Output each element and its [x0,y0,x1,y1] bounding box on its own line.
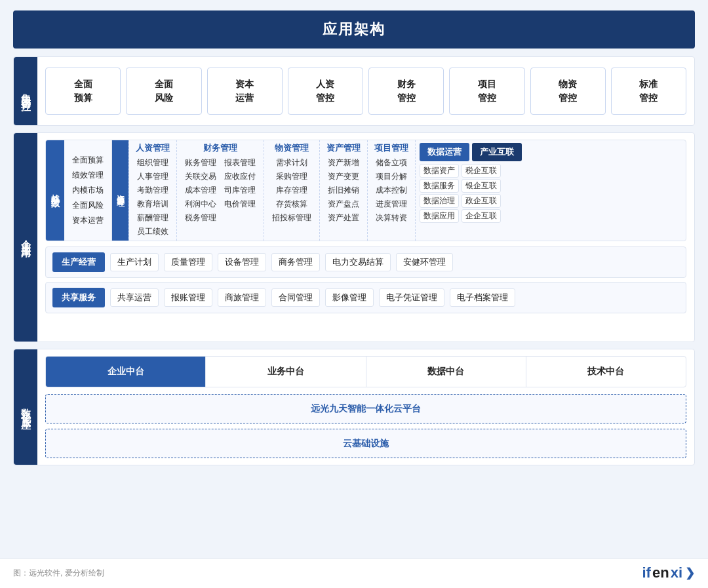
list-item: 关联交易 [182,170,219,183]
list-item: 资产处置 [325,212,362,224]
wuzi-title: 物资管理 [269,143,314,154]
list-item: 全面预算 [68,153,108,167]
list-item: 设备管理 [218,253,266,271]
shared-label: 共享服务 [52,288,105,307]
list-item: 全面风险 [68,199,108,212]
list-item: 共享运营 [110,288,159,307]
list-item: 电价管理 [222,198,258,210]
list-item: 人事管理 [134,170,171,183]
list-item: 数据服务 [420,179,459,193]
jituan-item: 物资管控 [530,68,606,115]
production-row: 生产经营 生产计划 质量管理 设备管理 商务管理 电力交易结算 安健环管理 [45,246,686,278]
list-item: 企企互联 [462,209,501,223]
asset-title: 资产管理 [325,143,362,154]
list-item: 税务管理 [182,212,219,224]
list-item: 招投标管理 [269,212,314,224]
digital-label: 数字化底座 [14,349,37,465]
industry-module-title: 产业互联 [472,143,522,161]
jituan-item: 人资管控 [288,68,363,115]
hr-title: 人资管理 [134,143,171,154]
list-item: 薪酬管理 [134,212,171,224]
wuzi-module: 物资管理 需求计划 采购管理 库存管理 存货核算 招投标管理 [264,140,320,241]
list-item: 税企互联 [462,164,501,178]
cloud-infra: 云基础设施 [45,429,686,458]
list-item: 资本运营 [68,214,108,227]
list-item: 采购管理 [269,170,314,183]
platform-item: 技术中台 [526,357,686,387]
cloud-infra-text: 云基础设施 [343,438,389,448]
footer-logo: ifenxi❯ [642,564,696,581]
list-item: 需求计划 [269,157,314,169]
jituan-item: 全面预算 [45,68,121,115]
logo-arrow-icon: ❯ [685,566,695,580]
logo-text3: xi [671,564,682,581]
list-item: 项目分解 [373,170,410,183]
digital-content: 企业中台 业务中台 数据中台 技术中台 远光九天智能一体化云平台 云基础设施 [37,349,694,465]
footer-credit: 图：远光软件, 爱分析绘制 [13,568,104,579]
list-item: 商旅管理 [218,288,266,307]
jituan-item: 标准管控 [611,68,686,115]
list-item: 电子凭证管理 [379,288,444,307]
list-item: 决算转资 [373,212,410,224]
list-item: 商务管理 [271,253,320,271]
list-item: 利润中心 [182,198,219,210]
list-item: 账务管理 [182,157,219,169]
list-item: 数据资产 [420,164,459,178]
digital-section: 数字化底座 企业中台 业务中台 数据中台 技术中台 远光九天智能一体化云平台 云… [13,349,695,465]
list-item: 考勤管理 [134,184,171,197]
footer: 图：远光软件, 爱分析绘制 ifenxi❯ [0,559,708,588]
list-item: 数据应用 [420,209,459,223]
list-item: 内模市场 [68,184,108,197]
data-module-title: 数据运营 [420,143,469,161]
list-item: 库存管理 [269,184,314,197]
jituan-label: 集团管控 [14,57,37,125]
list-item: 员工绩效 [134,225,171,238]
jituan-item: 全面风险 [126,68,201,115]
platform-item: 业务中台 [205,357,365,387]
list-item: 报表管理 [222,157,258,169]
list-item: 绩效管理 [68,168,108,182]
jituan-item: 项目管控 [449,68,524,115]
finance-items: 账务管理 关联交易 成本管理 利润中心 税务管理 报表管理 应收应付 司库管理 … [182,157,258,224]
list-item: 银企互联 [462,179,501,193]
shared-row: 共享服务 共享运营 报账管理 商旅管理 合同管理 影像管理 电子凭证管理 电子档… [45,282,686,313]
finance-module: 财务管理 账务管理 关联交易 成本管理 利润中心 税务管理 报表管理 应收应付 [177,140,264,241]
qiye-section: 企业应用 战略绩效 全面预算 绩效管理 内模市场 全面风险 资本运营 资源管理 [13,132,695,342]
jituan-content: 全面预算 全面风险 资本运营 人资管控 财务管控 项目管控 物资管控 标准管控 [37,57,694,125]
zhanlue-label: 战略绩效 [46,140,64,241]
jituan-item: 财务管控 [368,68,444,115]
cloud-platform: 远光九天智能一体化云平台 [45,394,686,423]
list-item: 进度管理 [373,198,410,210]
list-item: 储备立项 [373,157,410,169]
list-item: 电子档案管理 [450,288,515,307]
list-item: 合同管理 [271,288,320,307]
industry-items: 税企互联 银企互联 政企互联 企企互联 [462,164,501,239]
list-item: 资产变更 [325,170,362,183]
hr-items: 组织管理 人事管理 考勤管理 教育培训 薪酬管理 员工绩效 [134,157,171,238]
project-title: 项目管理 [373,143,410,154]
logo-text: if [642,564,651,581]
list-item: 数据治理 [420,194,459,208]
list-item: 折旧摊销 [325,184,362,197]
ziyuan-label: 资源管理 [112,140,128,241]
platform-row: 企业中台 业务中台 数据中台 技术中台 [45,356,686,387]
list-item: 电力交易结算 [325,253,391,271]
platform-item: 数据中台 [366,357,526,387]
jituan-section: 集团管控 全面预算 全面风险 资本运营 人资管控 财务管控 项目管控 物资管控 … [13,56,695,126]
qiye-label: 企业应用 [14,133,37,342]
qiye-content: 战略绩效 全面预算 绩效管理 内模市场 全面风险 资本运营 资源管理 人资管理 … [37,133,694,342]
list-item: 资产新增 [325,157,362,169]
data-items: 数据资产 数据服务 数据治理 数据应用 [420,164,459,239]
list-item: 成本控制 [373,184,410,197]
list-item: 质量管理 [164,253,212,271]
list-item: 存货核算 [269,198,314,210]
platform-item: 企业中台 [46,357,205,387]
list-item: 政企互联 [462,194,501,208]
list-item: 教育培训 [134,198,171,210]
page-title: 应用架构 [13,10,695,49]
list-item: 司库管理 [222,184,258,197]
zhanlue-items: 全面预算 绩效管理 内模市场 全面风险 资本运营 [64,140,112,241]
list-item: 应收应付 [222,170,258,183]
jituan-item: 资本运营 [207,68,283,115]
list-item: 组织管理 [134,157,171,169]
